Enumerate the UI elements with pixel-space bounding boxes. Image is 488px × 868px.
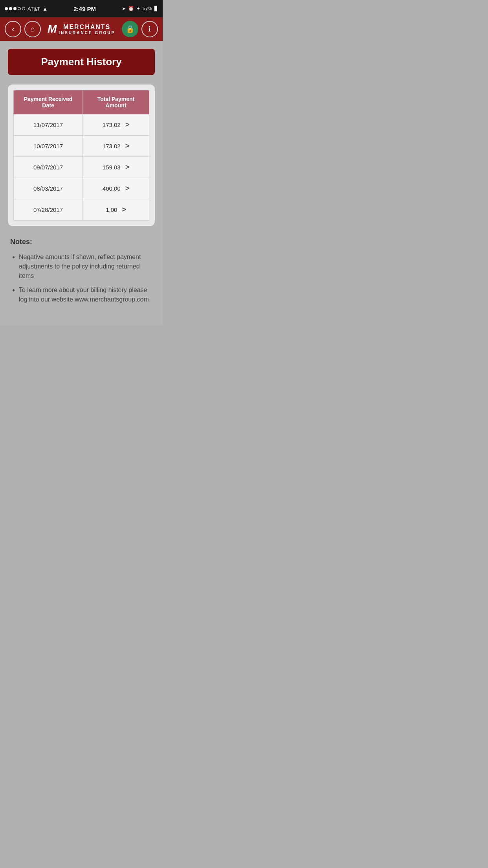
logo-m: M — [48, 23, 57, 35]
notes-title: Notes: — [10, 238, 152, 246]
dot2 — [9, 7, 12, 10]
table-body: 11/07/2017173.02>10/07/2017173.02>09/07/… — [14, 114, 149, 221]
dot1 — [5, 7, 8, 10]
brand-sub: INSURANCE GROUP — [59, 31, 115, 35]
payment-table: Payment Received Date Total Payment Amou… — [13, 90, 149, 221]
amount-cell: 173.02> — [83, 114, 149, 136]
nav-right-buttons: 🔒 ℹ — [122, 21, 158, 37]
dot3 — [13, 7, 17, 10]
amount-cell: 173.02> — [83, 136, 149, 157]
notes-list: Negative amounts if shown, reflect payme… — [10, 252, 152, 304]
table-row[interactable]: 09/07/2017159.03> — [14, 157, 149, 178]
date-cell: 10/07/2017 — [14, 136, 83, 157]
nav-logo: M MERCHANTS INSURANCE GROUP — [48, 23, 115, 35]
chevron-icon: > — [125, 142, 130, 150]
table-header: Payment Received Date Total Payment Amou… — [14, 90, 149, 114]
amount-value: 1.00 — [106, 206, 117, 213]
lock-button[interactable]: 🔒 — [122, 21, 138, 37]
status-bar: AT&T ▲ 2:49 PM ➤ ⏰ ✦ 57% ▊ — [0, 0, 163, 17]
main-content: Payment History Payment Received Date To… — [0, 41, 163, 325]
battery-icon: ▊ — [154, 6, 158, 11]
date-cell: 07/28/2017 — [14, 199, 83, 221]
amount-value: 173.02 — [103, 121, 121, 128]
back-button[interactable]: ‹ — [5, 21, 21, 37]
header-amount: Total Payment Amount — [83, 90, 149, 114]
table-row[interactable]: 07/28/20171.00> — [14, 199, 149, 221]
table-container: Payment Received Date Total Payment Amou… — [8, 85, 155, 226]
amount-value: 400.00 — [103, 185, 121, 192]
table-row[interactable]: 08/03/2017400.00> — [14, 178, 149, 199]
brand-name: MERCHANTS — [59, 24, 115, 31]
notes-item: To learn more about your billing history… — [19, 285, 152, 304]
signal-dots — [5, 7, 25, 10]
table-row[interactable]: 11/07/2017173.02> — [14, 114, 149, 136]
amount-cell: 1.00> — [83, 199, 149, 221]
battery-label: 57% — [143, 6, 152, 11]
chevron-icon: > — [125, 163, 130, 171]
location-icon: ➤ — [122, 6, 126, 11]
dot5 — [22, 7, 25, 10]
carrier-label: AT&T — [28, 6, 40, 12]
notes-item: Negative amounts if shown, reflect payme… — [19, 252, 152, 281]
page-title-container: Payment History — [8, 49, 155, 75]
status-time: 2:49 PM — [73, 6, 96, 12]
chevron-icon: > — [125, 121, 130, 129]
date-cell: 08/03/2017 — [14, 178, 83, 199]
wifi-icon: ▲ — [42, 6, 48, 12]
alarm-icon: ⏰ — [128, 6, 134, 11]
date-cell: 09/07/2017 — [14, 157, 83, 178]
nav-bar: ‹ ⌂ M MERCHANTS INSURANCE GROUP 🔒 ℹ — [0, 17, 163, 41]
bluetooth-icon: ✦ — [136, 6, 140, 11]
info-button[interactable]: ℹ — [141, 21, 158, 37]
amount-value: 173.02 — [103, 143, 121, 149]
date-cell: 11/07/2017 — [14, 114, 83, 136]
chevron-icon: > — [125, 184, 130, 193]
status-right: ➤ ⏰ ✦ 57% ▊ — [122, 6, 158, 11]
chevron-icon: > — [122, 206, 126, 214]
table-row[interactable]: 10/07/2017173.02> — [14, 136, 149, 157]
amount-cell: 159.03> — [83, 157, 149, 178]
home-button[interactable]: ⌂ — [24, 21, 41, 37]
nav-left-buttons: ‹ ⌂ — [5, 21, 41, 37]
amount-cell: 400.00> — [83, 178, 149, 199]
dot4 — [18, 7, 21, 10]
status-left: AT&T ▲ — [5, 6, 48, 12]
header-date: Payment Received Date — [14, 90, 83, 114]
page-title: Payment History — [16, 56, 147, 68]
notes-section: Notes: Negative amounts if shown, reflec… — [8, 238, 155, 304]
amount-value: 159.03 — [103, 164, 121, 171]
